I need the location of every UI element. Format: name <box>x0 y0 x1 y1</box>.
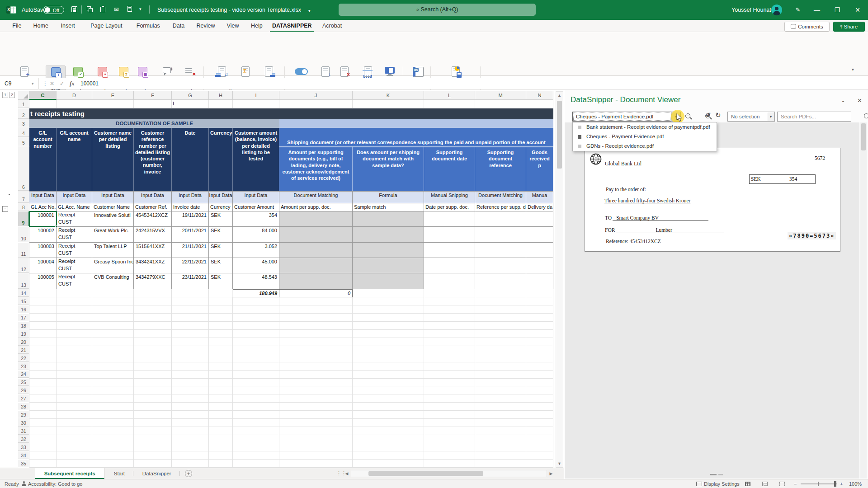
col-header-H[interactable]: H <box>209 91 233 100</box>
comments-button[interactable]: Comments <box>784 22 830 32</box>
row-header-23[interactable]: 23 <box>18 362 29 370</box>
type-cell-M[interactable]: Document Matching <box>475 191 526 203</box>
row-header-25[interactable]: 25 <box>18 379 29 386</box>
grid-horizontal-scrollbar[interactable] <box>351 470 547 477</box>
row-header-21[interactable]: 21 <box>18 346 29 354</box>
cell-H11[interactable]: SEK <box>209 243 233 258</box>
selection-dropdown-icon[interactable]: ▾ <box>767 112 775 122</box>
row-header-20[interactable]: 20 <box>18 338 29 346</box>
tab-help[interactable]: Help <box>246 20 267 32</box>
search-input[interactable]: ⌕ Search (Alt+Q) <box>339 4 536 16</box>
cell-I12[interactable]: 45.000 <box>233 258 279 273</box>
col-header-G[interactable]: G <box>172 91 209 100</box>
restore-button[interactable]: ❐ <box>830 0 845 20</box>
pdf-item-2[interactable]: GDNs - Receipt evidence.pdf <box>573 141 717 151</box>
grid-vertical-scrollbar[interactable]: ▲ ▼ <box>556 91 563 468</box>
row-header-16[interactable]: 16 <box>18 305 29 313</box>
cell-N10[interactable] <box>526 227 553 243</box>
row-header-18[interactable]: 18 <box>18 322 29 329</box>
type-cell-D[interactable]: Input Data <box>57 191 92 203</box>
cell-C11[interactable]: 100003 <box>29 243 57 258</box>
minimize-button[interactable]: — <box>809 0 825 20</box>
cell-G1[interactable]: I <box>173 101 174 106</box>
cell-J13[interactable] <box>279 273 353 289</box>
pdf-item-1[interactable]: Cheques - Payment Evidence.pdf <box>573 132 717 141</box>
row-header-34[interactable]: 34 <box>18 451 29 459</box>
qat-dropdown-icon[interactable]: ▾ <box>139 7 142 11</box>
zoom-slider[interactable] <box>801 483 837 484</box>
cell-E10[interactable]: Great Work Plc. <box>92 227 134 243</box>
file-selector-combo[interactable]: Cheques - Payment Evidence.pdf <box>572 112 671 122</box>
row-header-27[interactable]: 27 <box>18 394 29 402</box>
type-cell-H[interactable]: Input Data <box>209 191 233 203</box>
display-settings[interactable]: Display Settings <box>696 479 740 488</box>
tab-insert[interactable]: Insert <box>54 20 82 32</box>
cell-L11[interactable] <box>424 243 475 258</box>
col-header-E[interactable]: E <box>92 91 134 100</box>
normal-view-icon[interactable] <box>745 482 750 486</box>
cell-M11[interactable] <box>475 243 526 258</box>
new-window-icon[interactable] <box>87 6 93 12</box>
cell-G13[interactable]: 23/11/2021 <box>172 273 209 289</box>
field-cell-E[interactable]: Customer Name <box>92 203 134 211</box>
cell-J9[interactable] <box>279 211 353 227</box>
tab-home[interactable]: Home <box>30 20 52 32</box>
row-header-29[interactable]: 29 <box>18 411 29 418</box>
tab-acrobat[interactable]: Acrobat <box>316 20 347 32</box>
pdf-item-0[interactable]: Bank statement - Receipt evidence of pay… <box>573 122 717 132</box>
field-cell-G[interactable]: Invoice date <box>172 203 209 211</box>
outline-level-2-button[interactable]: 2 <box>9 92 15 98</box>
cell-M13[interactable] <box>475 273 526 289</box>
formula-input[interactable]: 100001 <box>80 78 99 89</box>
tab-review[interactable]: Review <box>192 20 219 32</box>
tab-datasnipper[interactable]: DATASNIPPER <box>270 20 314 32</box>
sheet-tab-datasnipper[interactable]: DataSnipper <box>134 468 179 479</box>
row-header-11[interactable]: 11 <box>18 243 29 258</box>
scroll-down-icon[interactable]: ▼ <box>556 461 563 466</box>
field-cell-F[interactable]: Customer Ref. <box>134 203 172 211</box>
type-cell-G[interactable]: Input Data <box>172 191 209 203</box>
selection-combo[interactable]: No selection <box>727 112 767 122</box>
field-cell-N[interactable]: Delivery da <box>526 203 553 211</box>
row-header-14[interactable]: 14 <box>18 289 29 297</box>
autosave-toggle[interactable]: Off <box>43 6 64 14</box>
field-cell-D[interactable]: GL Acc. Name <box>57 203 92 211</box>
fx-icon[interactable]: fx <box>70 78 75 89</box>
cell-C13[interactable]: 100005 <box>29 273 57 289</box>
cell-G11[interactable]: 21/11/2021 <box>172 243 209 258</box>
col-header-M[interactable]: M <box>475 91 526 100</box>
col-header-C[interactable]: C <box>29 91 57 100</box>
cell-I11[interactable]: 3.052 <box>233 243 279 258</box>
cell-L13[interactable] <box>424 273 475 289</box>
panel-vscroll-thumb[interactable] <box>861 123 866 150</box>
rotate-left-icon[interactable]: ↺ <box>705 111 711 119</box>
col-header-F[interactable]: F <box>134 91 172 100</box>
cell-K11[interactable] <box>353 243 424 258</box>
cell-F10[interactable]: 2424315VVX <box>134 227 172 243</box>
mail-icon[interactable]: ✉ <box>114 6 119 13</box>
pdf-search-icon[interactable] <box>863 113 868 121</box>
hscroll-left-icon[interactable]: ◀ <box>344 471 350 476</box>
type-cell-J[interactable]: Document Matching <box>279 191 353 203</box>
cell-L12[interactable] <box>424 258 475 273</box>
row-header-24[interactable]: 24 <box>18 371 29 378</box>
cell-E9[interactable]: Innovative Soluti <box>92 211 134 227</box>
cell-G9[interactable]: 19/11/2021 <box>172 211 209 227</box>
cell-L9[interactable] <box>424 211 475 227</box>
cell-G12[interactable]: 22/11/2021 <box>172 258 209 273</box>
row-header-35[interactable]: 35 <box>18 460 29 467</box>
cell-M12[interactable] <box>475 258 526 273</box>
cell-F11[interactable]: 1515641XXZ <box>134 243 172 258</box>
close-button[interactable]: ✕ <box>850 0 865 20</box>
tab-page-layout[interactable]: Page Layout <box>85 20 128 32</box>
tab-view[interactable]: View <box>222 20 244 32</box>
field-cell-J[interactable]: Amount per supp. doc. <box>279 203 353 211</box>
cell-C12[interactable]: 100004 <box>29 258 57 273</box>
row-header-17[interactable]: 17 <box>18 314 29 321</box>
row-header-26[interactable]: 26 <box>18 386 29 394</box>
cell-K12[interactable] <box>353 258 424 273</box>
panel-vertical-scrollbar[interactable] <box>860 122 867 479</box>
row-header-7[interactable]: 7 <box>18 191 29 203</box>
scroll-up-icon[interactable]: ▲ <box>556 93 563 98</box>
cell-N13[interactable] <box>526 273 553 289</box>
